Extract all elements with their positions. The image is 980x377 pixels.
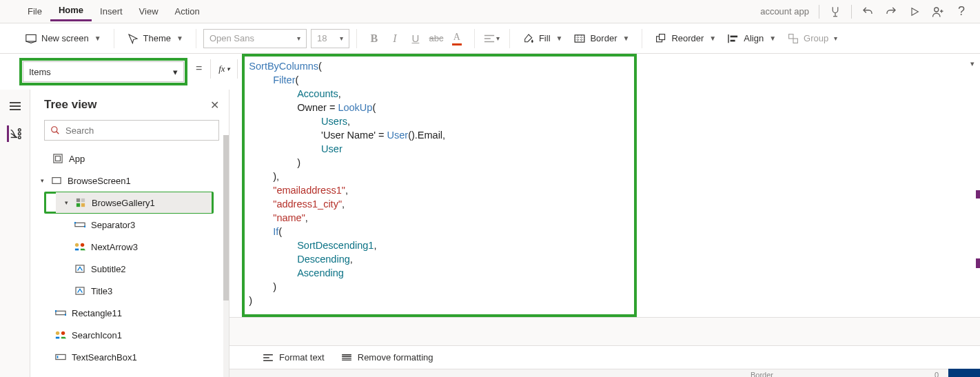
svg-rect-2 xyxy=(575,34,585,41)
tree-label: Title3 xyxy=(91,286,112,296)
menu-file[interactable]: File xyxy=(19,3,50,19)
menu-view[interactable]: View xyxy=(131,3,167,19)
icon-control-icon xyxy=(74,241,85,252)
svg-point-24 xyxy=(81,243,84,247)
menu-action[interactable]: Action xyxy=(167,3,208,19)
property-name: Items xyxy=(29,67,51,77)
formula-editor[interactable]: ▾ SortByColumns( Filter( Accounts, Owner… xyxy=(238,54,980,317)
group-button[interactable]: Group ▾ xyxy=(782,30,843,48)
font-size-select[interactable]: 18 ▾ xyxy=(311,29,349,48)
undo-icon[interactable] xyxy=(856,0,879,23)
chevron-down-icon: ▼ xyxy=(622,34,629,42)
tree-search-input[interactable] xyxy=(65,125,213,136)
underline-icon[interactable]: U xyxy=(405,28,426,49)
formula-text[interactable]: SortByColumns( Filter( Accounts, Owner =… xyxy=(242,54,637,317)
svg-point-10 xyxy=(18,132,21,135)
align-button[interactable]: Align ▼ xyxy=(722,30,782,48)
svg-point-9 xyxy=(18,129,21,132)
strikethrough-icon[interactable]: abc xyxy=(426,28,447,49)
property-select-highlight: Items ▾ xyxy=(19,58,187,85)
tree-label: TextSearchBox1 xyxy=(72,352,137,363)
menu-home[interactable]: Home xyxy=(50,2,92,21)
menu-insert[interactable]: Insert xyxy=(92,3,131,19)
svg-point-21 xyxy=(74,222,76,223)
chevron-down-icon: ▾ xyxy=(173,67,178,77)
status-zero-label: 0 xyxy=(935,371,939,377)
chevron-down-icon: ▼ xyxy=(556,34,563,42)
tree-view-panel: Tree view ✕ App ▾ BrowseScreen1 ▾ xyxy=(30,90,229,377)
app-name-label: account app xyxy=(760,6,815,17)
app-checker-icon[interactable] xyxy=(824,0,847,23)
right-blue-stub xyxy=(948,369,980,377)
caret-down-icon[interactable]: ▾ xyxy=(39,177,45,184)
svg-rect-1 xyxy=(26,34,36,41)
tree-label: Rectangle11 xyxy=(72,308,122,318)
tree-node-subtitle[interactable]: Subtitle2 xyxy=(30,258,226,280)
theme-button[interactable]: Theme ▼ xyxy=(121,30,189,48)
tree-view-rail-icon[interactable] xyxy=(7,125,23,142)
font-select[interactable]: Open Sans ▾ xyxy=(203,29,307,48)
svg-rect-7 xyxy=(789,34,793,38)
search-icon xyxy=(50,125,60,135)
new-screen-button[interactable]: New screen ▼ xyxy=(19,30,107,48)
screen-icon xyxy=(51,175,62,186)
redo-icon[interactable] xyxy=(879,0,903,23)
font-color-icon[interactable]: A xyxy=(447,28,467,49)
chevron-down-icon: ▾ xyxy=(340,34,343,42)
bold-icon[interactable]: B xyxy=(364,28,385,49)
svg-rect-17 xyxy=(81,198,85,202)
tree: App ▾ BrowseScreen1 ▾ BrowseGallery1 Sep… xyxy=(30,147,229,377)
tree-node-rectangle[interactable]: Rectangle11 xyxy=(30,302,226,324)
tree-label: Subtitle2 xyxy=(91,264,126,274)
tree-view-title: Tree view xyxy=(44,98,97,112)
remove-formatting-button[interactable]: Remove formatting xyxy=(341,352,433,363)
tree-node-title3[interactable]: Title3 xyxy=(30,280,226,302)
formula-format-bar: Format text Remove formatting xyxy=(229,345,980,369)
tree-node-nextarrow[interactable]: NextArrow3 xyxy=(30,236,226,258)
chevron-down-icon: ▼ xyxy=(176,34,183,42)
group-label: Group xyxy=(804,33,828,43)
formula-expand-icon[interactable]: ▾ xyxy=(970,59,974,68)
tree-label: App xyxy=(69,154,85,164)
tree-node-textsearchbox[interactable]: TextSearchBox1 xyxy=(30,346,226,368)
hamburger-icon[interactable] xyxy=(7,98,23,114)
chevron-down-icon: ▾ xyxy=(227,65,230,72)
fill-button[interactable]: Fill ▼ xyxy=(517,30,569,48)
reorder-label: Reorder xyxy=(671,33,704,43)
chevron-down-icon: ▼ xyxy=(709,34,716,42)
fill-label: Fill xyxy=(539,33,551,43)
close-icon[interactable]: ✕ xyxy=(210,99,219,112)
text-align-icon[interactable]: ▾ xyxy=(482,28,502,49)
svg-point-0 xyxy=(935,8,939,12)
icon-control-icon xyxy=(55,329,66,340)
status-bar: Border 0 xyxy=(229,369,980,377)
tree-node-app[interactable]: App xyxy=(30,147,226,170)
svg-rect-33 xyxy=(56,337,59,339)
caret-down-icon[interactable]: ▾ xyxy=(63,199,70,206)
tree-search[interactable] xyxy=(44,120,219,141)
menu-bar: File Home Insert View Action account app… xyxy=(0,0,980,23)
tree-node-browsegallery[interactable]: ▾ BrowseGallery1 xyxy=(56,192,212,213)
new-screen-icon xyxy=(25,32,37,45)
share-icon[interactable] xyxy=(926,0,950,23)
svg-point-32 xyxy=(61,332,65,335)
tree-node-separator[interactable]: Separator3 xyxy=(30,214,226,236)
property-select[interactable]: Items ▾ xyxy=(23,61,184,82)
tree-node-browsescreen[interactable]: ▾ BrowseScreen1 xyxy=(30,170,226,192)
help-icon[interactable]: ? xyxy=(950,0,973,23)
chevron-down-icon: ▼ xyxy=(94,34,101,42)
svg-point-22 xyxy=(84,225,85,227)
play-icon[interactable] xyxy=(903,0,926,23)
fx-button[interactable]: fx ▾ xyxy=(210,59,238,79)
right-accent xyxy=(976,258,980,268)
border-button[interactable]: Border ▼ xyxy=(568,30,635,48)
reorder-button[interactable]: Reorder ▼ xyxy=(649,30,722,48)
format-text-button[interactable]: Format text xyxy=(263,352,325,363)
italic-icon[interactable]: I xyxy=(385,28,405,49)
chevron-down-icon: ▼ xyxy=(769,34,776,42)
tree-scrollbar-thumb[interactable] xyxy=(223,135,229,300)
new-screen-label: New screen xyxy=(41,33,89,43)
rectangle-icon xyxy=(55,307,66,318)
border-label: Border xyxy=(590,33,617,43)
tree-node-searchicon[interactable]: SearchIcon1 xyxy=(30,324,226,346)
